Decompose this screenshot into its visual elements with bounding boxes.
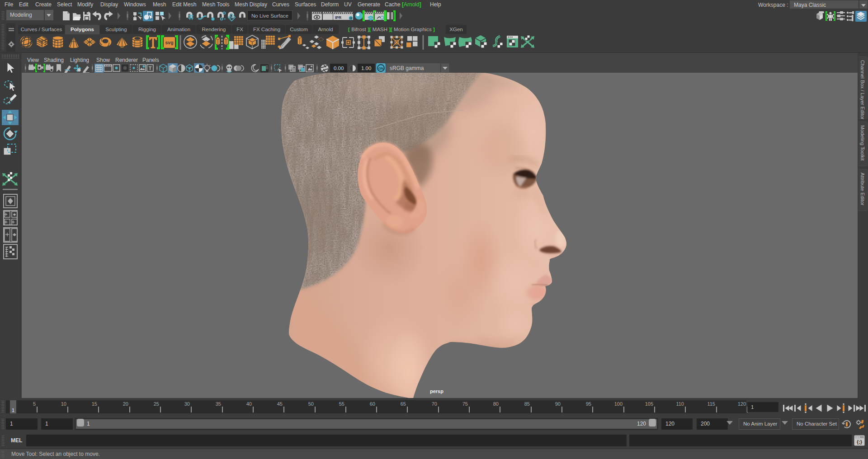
svg-text:ON: ON xyxy=(378,66,383,70)
svg-text:1.00: 1.00 xyxy=(361,66,371,71)
svg-text:svg: svg xyxy=(165,40,173,45)
svg-text:T: T xyxy=(149,66,152,71)
svg-text:sRGB gamma: sRGB gamma xyxy=(390,65,424,71)
svg-text:IPR: IPR xyxy=(335,15,341,20)
svg-text:0.00: 0.00 xyxy=(334,66,344,71)
svg-text:{;}: {;} xyxy=(857,439,863,445)
